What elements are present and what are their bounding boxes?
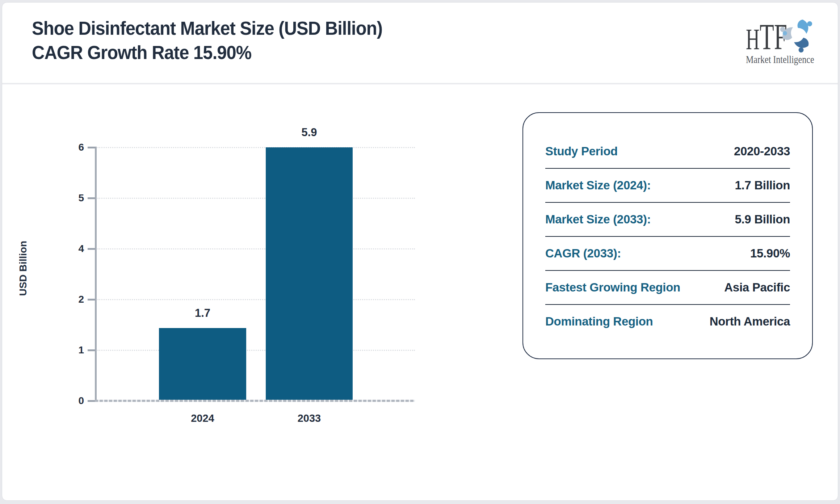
gridline — [97, 299, 415, 300]
y-tick-label: 6 — [53, 141, 84, 154]
row-label: Fastest Growing Region — [545, 281, 680, 294]
table-row: Market Size (2024): 1.7 Billion — [545, 169, 790, 203]
row-label: Dominating Region — [545, 315, 653, 328]
htf-logo-letter-h: H — [746, 23, 760, 56]
table-row: CAGR (2033): 15.90% — [545, 237, 790, 271]
row-label: Study Period — [545, 144, 618, 158]
row-value: North America — [710, 315, 790, 328]
row-value: 2020-2033 — [734, 144, 790, 158]
bar-2024 — [159, 328, 246, 400]
gridline — [97, 248, 415, 249]
page-title: Shoe Disinfectant Market Size (USD Billi… — [32, 16, 382, 65]
htf-swirl-icon — [779, 16, 817, 52]
table-row: Dominating Region North America — [545, 305, 790, 338]
bar-2033 — [266, 147, 353, 400]
table-row: Study Period 2020-2033 — [545, 135, 790, 169]
row-value: 5.9 Billion — [735, 213, 790, 226]
bar-value-label: 5.9 — [266, 126, 353, 139]
page-title-line1: Shoe Disinfectant Market Size (USD Billi… — [32, 16, 382, 41]
gridline — [97, 147, 415, 148]
content-card: Shoe Disinfectant Market Size (USD Billi… — [2, 2, 838, 501]
y-axis-title: USD Billion — [17, 241, 29, 296]
page-title-line2: CAGR Growth Rate 15.90% — [32, 41, 382, 65]
row-label: CAGR (2033): — [545, 247, 621, 260]
gridline — [97, 198, 415, 199]
table-row: Fastest Growing Region Asia Pacific — [545, 271, 790, 305]
row-value: Asia Pacific — [724, 281, 790, 294]
infographic-page: Shoe Disinfectant Market Size (USD Billi… — [0, 0, 840, 504]
x-axis-label-2024: 2024 — [159, 412, 246, 424]
htf-logo-tagline: Market Intelligence — [746, 53, 814, 66]
y-tick-label: 0 — [53, 395, 84, 407]
y-tick-label: 4 — [53, 243, 84, 255]
htf-logo: HTF Mar — [741, 13, 820, 68]
header-divider — [2, 83, 838, 84]
y-axis-line — [95, 147, 97, 401]
y-tick-label: 1 — [53, 344, 84, 356]
gridline — [97, 350, 415, 351]
row-value: 1.7 Billion — [735, 178, 790, 192]
x-axis-baseline — [95, 400, 415, 402]
y-tick-label: 2 — [53, 293, 84, 306]
y-tick-label: 5 — [53, 192, 84, 204]
bar-value-label: 1.7 — [159, 307, 246, 320]
row-label: Market Size (2024): — [545, 178, 651, 192]
market-summary-panel: Study Period 2020-2033 Market Size (2024… — [522, 112, 813, 359]
market-summary-table: Study Period 2020-2033 Market Size (2024… — [545, 135, 790, 338]
row-value: 15.90% — [750, 247, 790, 260]
row-label: Market Size (2033): — [545, 213, 651, 226]
table-row: Market Size (2033): 5.9 Billion — [545, 203, 790, 237]
x-axis-label-2033: 2033 — [266, 412, 353, 424]
